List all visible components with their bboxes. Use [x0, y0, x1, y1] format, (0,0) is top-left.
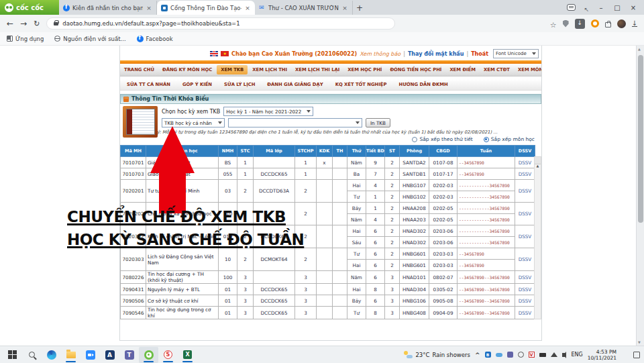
logout-link[interactable]: Thoát [471, 51, 488, 57]
download-box-icon[interactable] [575, 19, 585, 29]
tray-expand-icon[interactable] [475, 352, 480, 358]
reload-icon[interactable] [34, 19, 40, 28]
maximize-button[interactable] [613, 4, 621, 11]
coccoc-icon[interactable] [139, 347, 158, 363]
url-text[interactable]: daotao.humg.edu.vn/default.aspx?page=tho… [62, 20, 239, 27]
nav2-item[interactable]: HƯỚNG DẪN ĐKMH [393, 82, 453, 87]
print-tkb-button[interactable]: In TKB [366, 118, 390, 127]
bookmark-star-icon[interactable] [550, 17, 557, 30]
wifi-icon[interactable] [551, 352, 557, 357]
page-scrollbar[interactable] [636, 46, 644, 346]
reading-mode-icon[interactable] [567, 4, 576, 11]
pointer-tool-icon[interactable] [584, 1, 589, 14]
bookmark-item[interactable]: Ứng dụng [7, 36, 44, 42]
cell-kdk [317, 307, 333, 319]
nav-item[interactable]: TRANG CHỦ [120, 64, 158, 76]
view-notice-link[interactable]: Xem thông báo [360, 51, 400, 57]
clock[interactable]: 4:53 PM 10/11/2021 [588, 349, 616, 361]
nav2-item[interactable]: GÓP Ý KIẾN [177, 82, 217, 87]
new-tab-button[interactable] [353, 1, 366, 15]
excel-icon[interactable] [178, 347, 197, 363]
browser-tab[interactable]: Thư - CAO XUÂN TRƯỜNG ... [255, 1, 353, 15]
unikey-icon[interactable] [529, 352, 535, 358]
address-bar[interactable]: daotao.humg.edu.vn/default.aspx?page=tho… [46, 17, 395, 30]
section-title: Thông Tin Thời Khóa Biểu [131, 96, 209, 102]
dssv-link[interactable]: DSSV [515, 307, 535, 319]
nav-item[interactable]: XEM ĐIỂM [445, 64, 480, 76]
scroll-up-icon[interactable] [535, 157, 541, 164]
cell-tuan: ------------34567890 [458, 214, 515, 225]
table-scrollbar[interactable] [534, 156, 541, 319]
bookmark-item[interactable]: Facebook [137, 36, 173, 42]
font-select[interactable]: Font Unicode [493, 49, 539, 58]
extensions-icon[interactable] [605, 22, 611, 28]
tab-close-icon[interactable] [146, 5, 152, 11]
nav2-item[interactable]: SỬA TT CÁ NHÂN [121, 82, 176, 87]
coccoc-brand[interactable]: cốc cốc [0, 0, 59, 15]
radio-unchecked-icon[interactable] [412, 137, 417, 142]
dssv-link[interactable]: DSSV [515, 271, 535, 284]
class-select[interactable] [228, 118, 362, 127]
nav-item[interactable]: ĐÓNG TIỀN HỌC PHÍ [386, 64, 445, 76]
bluetooth-icon[interactable] [485, 352, 491, 358]
scrollbar-thumb[interactable] [638, 55, 643, 223]
bookmark-item[interactable]: Nguồn điện với suất... [54, 36, 125, 42]
tab-close-icon[interactable] [244, 5, 251, 11]
zoom-app-icon[interactable] [80, 347, 100, 363]
change-password-link[interactable]: Thay đổi mật khẩu [408, 51, 464, 57]
onedrive-icon[interactable] [496, 353, 502, 357]
vn-flag-icon[interactable] [221, 51, 229, 56]
back-icon[interactable] [7, 19, 13, 28]
teams-icon[interactable] [119, 347, 139, 363]
cell-thu: Hai [347, 225, 366, 237]
dssv-link[interactable]: DSSV [515, 225, 535, 248]
nav2-item[interactable]: ĐÁNH GIÁ GIẢNG DẠY [262, 82, 328, 87]
dssv-link[interactable]: DSSV [515, 168, 535, 180]
app-circle-icon[interactable] [518, 352, 524, 358]
nav-item[interactable]: XEM CTĐT [480, 64, 514, 76]
browser-tab[interactable]: Kiên đã nhắn tin cho bạn [59, 1, 157, 15]
browser-tab[interactable]: Cổng Thông Tin Đào Tạo-Đạ [157, 1, 255, 15]
teams-tray-icon[interactable] [507, 352, 513, 358]
minimize-button[interactable] [597, 4, 605, 11]
language-indicator[interactable]: ENG [572, 352, 583, 358]
a-app-icon[interactable] [100, 347, 119, 363]
sort-by-course-option[interactable]: Sắp xếp môn học [484, 136, 535, 142]
sort-by-period-option[interactable]: Sắp xếp theo thứ tiết [412, 136, 472, 142]
uk-flag-icon[interactable] [210, 51, 218, 56]
nav-item[interactable]: XEM LỊCH THI LẠI [291, 64, 343, 76]
coccoc-reward-icon[interactable] [591, 19, 599, 28]
semester-select[interactable]: Học kỳ 1 - Năm học 2021-2022 [223, 107, 313, 116]
close-button[interactable] [629, 4, 637, 11]
volume-icon[interactable] [562, 353, 565, 357]
nav-item[interactable]: XEM HỌC PHÍ [343, 64, 386, 76]
dssv-link[interactable]: DSSV [515, 248, 535, 271]
nav2-item[interactable]: KQ XÉT TỐT NGHIỆP [330, 82, 392, 87]
dssv-link[interactable]: DSSV [515, 284, 535, 295]
radio-checked-icon[interactable] [484, 137, 489, 142]
explorer-icon[interactable] [61, 347, 80, 363]
dssv-link[interactable]: DSSV [515, 180, 535, 203]
nav2-item[interactable]: SỬA LÝ LỊCH [219, 82, 260, 87]
dssv-link[interactable]: DSSV [515, 203, 535, 225]
dssv-link[interactable]: DSSV [515, 295, 535, 307]
downloads-icon[interactable] [632, 20, 637, 27]
dssv-link[interactable]: DSSV [515, 157, 535, 168]
nav-item[interactable]: XEM MÔN TQ [514, 64, 541, 76]
weather-widget[interactable]: 23°C Rain showers [404, 351, 470, 358]
nav-item[interactable]: XEM TKB [217, 65, 248, 74]
notification-center-icon[interactable] [633, 352, 640, 358]
tab-close-icon[interactable] [341, 5, 348, 11]
profile-avatar[interactable] [617, 19, 626, 28]
s-app-icon[interactable] [158, 347, 178, 363]
search-icon[interactable] [22, 347, 42, 363]
nav-item[interactable]: XEM LỊCH THI [248, 64, 291, 76]
cell-cbgd: 0904-09 [429, 307, 458, 319]
battery-icon[interactable] [539, 353, 546, 357]
forward-icon[interactable] [20, 19, 27, 28]
nav-item[interactable]: ĐĂNG KÝ MÔN HỌC [158, 64, 216, 76]
shield-icon[interactable] [563, 20, 569, 28]
edge-icon[interactable] [42, 347, 61, 363]
start-icon[interactable] [3, 347, 22, 363]
sort-by-course-label: Sắp xếp môn học [491, 136, 535, 142]
